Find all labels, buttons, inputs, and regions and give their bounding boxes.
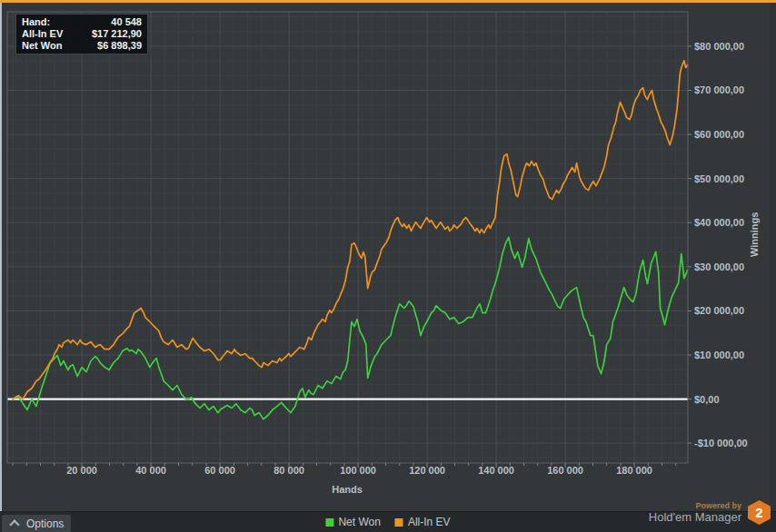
- readout-label: Hand:: [22, 16, 50, 28]
- allin-ev-swatch-icon: [395, 518, 403, 527]
- x-tick-label: 40 000: [124, 465, 178, 476]
- legend-item-net-won[interactable]: Net Won: [325, 516, 380, 528]
- y-tick-label: $0,00: [694, 394, 720, 405]
- chevron-up-icon: [9, 519, 19, 529]
- x-axis-title: Hands: [320, 484, 374, 495]
- y-tick-label: $20 000,00: [694, 305, 744, 316]
- readout-row-allin-ev: All-In EV $17 212,90: [16, 28, 147, 40]
- chart-legend: Net Won All-In EV: [325, 514, 450, 530]
- plot-area[interactable]: [0, 0, 776, 532]
- hm2-graph-window: Hand: 40 548 All-In EV $17 212,90 Net Wo…: [0, 0, 776, 532]
- readout-row-hand: Hand: 40 548: [16, 16, 147, 28]
- readout-value: $17 212,90: [92, 28, 142, 40]
- net-won-swatch-icon: [325, 518, 333, 527]
- y-tick-label: $60 000,00: [694, 129, 744, 140]
- app-name-label: Hold'em Manager: [649, 510, 741, 524]
- branding-block: Powered by Hold'em Manager 2: [649, 500, 771, 525]
- y-tick-label: $80 000,00: [694, 41, 744, 52]
- readout-value: $6 898,39: [97, 40, 142, 52]
- legend-label: All-In EV: [408, 516, 451, 528]
- x-tick-label: 120 000: [400, 465, 454, 476]
- powered-by-label: Powered by: [649, 501, 741, 510]
- readout-label: Net Won: [22, 40, 62, 52]
- y-tick-label: $10 000,00: [694, 350, 744, 360]
- x-tick-label: 20 000: [55, 465, 109, 476]
- x-tick-label: 80 000: [262, 465, 316, 476]
- x-tick-label: 60 000: [193, 465, 247, 476]
- y-tick-label: $50 000,00: [694, 173, 744, 184]
- readout-label: All-In EV: [22, 28, 63, 40]
- branding-text: Powered by Hold'em Manager: [649, 501, 741, 524]
- y-tick-label: $40 000,00: [694, 217, 744, 228]
- options-button[interactable]: Options: [2, 515, 71, 532]
- x-tick-label: 160 000: [538, 465, 592, 476]
- readout-value: 40 548: [111, 16, 142, 28]
- y-tick-label: $70 000,00: [694, 84, 744, 95]
- hm2-logo-icon: 2: [748, 500, 771, 525]
- y-tick-label: -$10 000,00: [694, 438, 748, 448]
- x-tick-label: 100 000: [331, 465, 385, 476]
- options-button-label: Options: [26, 517, 64, 530]
- hover-readout: Hand: 40 548 All-In EV $17 212,90 Net Wo…: [15, 14, 148, 54]
- y-axis-title: Winnings: [749, 212, 760, 257]
- legend-label: Net Won: [338, 516, 380, 528]
- y-tick-label: $30 000,00: [694, 261, 744, 272]
- x-tick-label: 180 000: [607, 465, 662, 476]
- readout-row-net-won: Net Won $6 898,39: [16, 40, 147, 52]
- x-tick-label: 140 000: [469, 465, 523, 476]
- legend-item-allin-ev[interactable]: All-In EV: [395, 516, 451, 528]
